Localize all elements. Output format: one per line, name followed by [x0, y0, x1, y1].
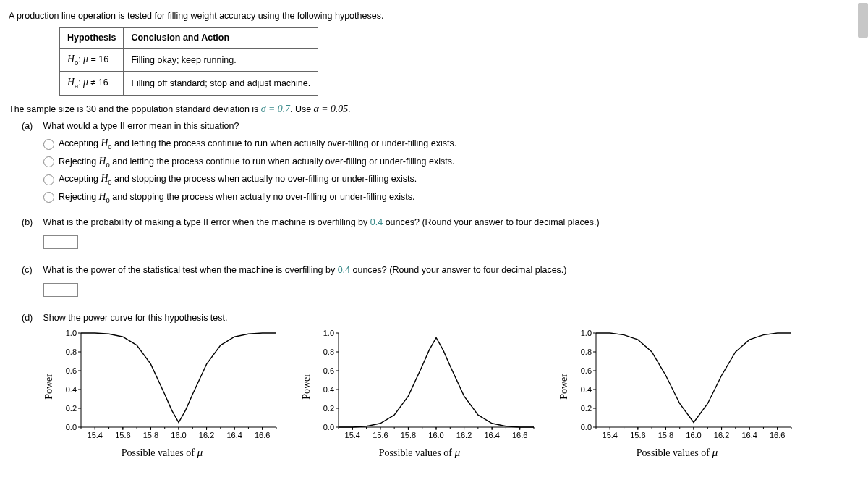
chart-xlabel: Possible values of μ — [379, 446, 460, 459]
svg-text:16.0: 16.0 — [171, 431, 186, 439]
radio-icon[interactable] — [43, 174, 54, 185]
chart-xlabel: Possible values of μ — [637, 446, 718, 459]
chart-xlabel: Possible values of μ — [122, 446, 203, 459]
svg-text:0.8: 0.8 — [323, 348, 334, 356]
part-a-question: What would a type II error mean in this … — [43, 121, 239, 131]
scrollbar-thumb[interactable] — [858, 3, 868, 38]
power-curve-1: 1.00.80.60.40.20.015.415.615.816.016.216… — [56, 329, 281, 445]
svg-text:0.2: 0.2 — [581, 404, 592, 413]
svg-text:16.2: 16.2 — [456, 431, 472, 439]
hypothesis-table: Hypothesis Conclusion and Action H0: μ =… — [59, 27, 318, 96]
svg-text:16.2: 16.2 — [199, 431, 214, 439]
svg-text:0.6: 0.6 — [581, 366, 592, 375]
part-a: (a) What would a type II error mean in t… — [22, 120, 859, 132]
part-d-label: (d) — [22, 312, 41, 324]
svg-text:0.6: 0.6 — [66, 366, 77, 375]
svg-text:16.4: 16.4 — [484, 431, 499, 439]
svg-text:15.6: 15.6 — [630, 431, 645, 439]
overfill-value-b: 0.4 — [370, 217, 383, 227]
option-4[interactable]: Rejecting H0 and stopping the process wh… — [43, 191, 859, 204]
svg-text:15.6: 15.6 — [115, 431, 130, 439]
radio-icon[interactable] — [43, 156, 54, 167]
svg-text:15.6: 15.6 — [373, 431, 388, 439]
svg-text:16.6: 16.6 — [255, 431, 270, 439]
svg-text:16.0: 16.0 — [428, 431, 443, 439]
option-4-text: Rejecting H0 and stopping the process wh… — [59, 191, 415, 204]
chart-ylabel: Power — [43, 374, 55, 400]
svg-text:15.4: 15.4 — [88, 431, 103, 439]
chart-option-1[interactable]: Power 1.00.80.60.40.20.015.415.615.816.0… — [43, 329, 281, 459]
table-h0-conclusion: Filling okay; keep running. — [124, 48, 318, 72]
svg-text:1.0: 1.0 — [581, 329, 592, 337]
table-ha: Ha: μ ≠ 16 — [60, 72, 124, 96]
answer-input-c[interactable] — [43, 283, 78, 297]
option-2[interactable]: Rejecting H0 and letting the process con… — [43, 156, 859, 169]
chart-option-3[interactable]: Power 1.00.80.60.40.20.015.415.615.816.0… — [558, 329, 796, 459]
svg-text:16.4: 16.4 — [226, 431, 242, 439]
svg-text:0.8: 0.8 — [66, 348, 77, 356]
radio-icon[interactable] — [43, 139, 54, 150]
power-curve-3: 1.00.80.60.40.20.015.415.615.816.016.216… — [571, 329, 796, 445]
svg-text:0.0: 0.0 — [66, 423, 77, 431]
answer-input-b[interactable] — [43, 235, 78, 249]
part-b: (b) What is the probability of making a … — [22, 216, 859, 229]
sigma-value: σ = 0.7 — [261, 104, 290, 114]
option-1[interactable]: Accepting H0 and letting the process con… — [43, 138, 859, 151]
svg-text:0.2: 0.2 — [323, 404, 334, 413]
part-c-label: (c) — [22, 264, 41, 277]
power-curve-2: 1.00.80.60.40.20.015.415.615.816.016.216… — [314, 329, 538, 445]
svg-text:15.8: 15.8 — [401, 431, 416, 439]
svg-text:15.8: 15.8 — [143, 431, 158, 439]
svg-text:16.2: 16.2 — [714, 431, 729, 439]
chart-option-2[interactable]: Power 1.00.80.60.40.20.015.415.615.816.0… — [301, 329, 538, 459]
part-b-label: (b) — [22, 216, 41, 229]
svg-text:0.0: 0.0 — [323, 423, 334, 431]
part-a-options: Accepting H0 and letting the process con… — [43, 138, 859, 203]
given-text: The sample size is 30 and the population… — [9, 103, 859, 117]
option-2-text: Rejecting H0 and letting the process con… — [59, 156, 454, 169]
svg-text:15.4: 15.4 — [603, 431, 618, 439]
option-3-text: Accepting H0 and stopping the process wh… — [59, 173, 417, 186]
part-c: (c) What is the power of the statistical… — [22, 264, 859, 277]
table-ha-conclusion: Filling off standard; stop and adjust ma… — [124, 72, 318, 96]
table-h0: H0: μ = 16 — [60, 48, 124, 72]
radio-icon[interactable] — [43, 192, 54, 203]
svg-text:0.4: 0.4 — [581, 385, 592, 394]
svg-text:16.4: 16.4 — [741, 431, 757, 439]
svg-text:0.2: 0.2 — [66, 404, 77, 413]
part-a-label: (a) — [22, 120, 41, 132]
svg-text:0.6: 0.6 — [323, 366, 334, 375]
svg-text:1.0: 1.0 — [66, 329, 77, 337]
chart-ylabel: Power — [558, 374, 570, 400]
svg-text:0.4: 0.4 — [323, 385, 334, 394]
svg-text:16.6: 16.6 — [770, 431, 785, 439]
intro-text: A production line operation is tested fo… — [9, 10, 859, 22]
option-1-text: Accepting H0 and letting the process con… — [59, 138, 456, 151]
option-3[interactable]: Accepting H0 and stopping the process wh… — [43, 173, 859, 186]
svg-text:0.0: 0.0 — [581, 423, 592, 431]
table-head-hypothesis: Hypothesis — [60, 27, 124, 48]
table-head-conclusion: Conclusion and Action — [124, 27, 318, 48]
part-d-question: Show the power curve for this hypothesis… — [43, 313, 227, 323]
charts-row: Power 1.00.80.60.40.20.015.415.615.816.0… — [43, 329, 859, 459]
svg-text:15.4: 15.4 — [345, 431, 360, 439]
svg-text:15.8: 15.8 — [658, 431, 673, 439]
alpha-value: α = 0.05 — [314, 104, 348, 114]
part-d: (d) Show the power curve for this hypoth… — [22, 312, 859, 324]
svg-text:16.6: 16.6 — [512, 431, 527, 439]
chart-ylabel: Power — [301, 374, 312, 400]
svg-text:16.0: 16.0 — [686, 431, 701, 439]
svg-text:0.4: 0.4 — [66, 385, 77, 394]
overfill-value-c: 0.4 — [338, 265, 350, 275]
svg-text:1.0: 1.0 — [323, 329, 334, 337]
svg-text:0.8: 0.8 — [581, 348, 592, 356]
